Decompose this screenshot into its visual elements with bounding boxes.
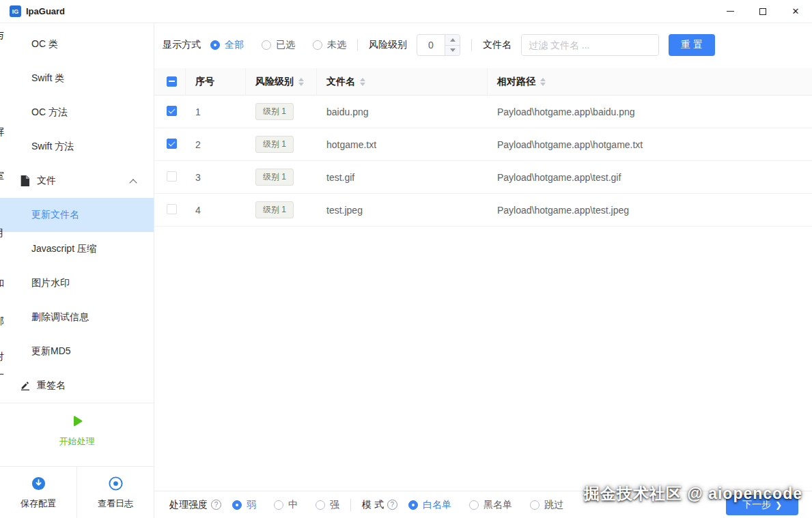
sidebar-item-resign[interactable]: 重签名 <box>0 369 154 403</box>
row-checkbox[interactable] <box>167 106 177 116</box>
row-checkbox[interactable] <box>167 139 177 149</box>
sidebar-item-image-watermark[interactable]: 图片水印 <box>0 266 154 300</box>
cell-path: Payload\hotgame.app\test.jpeg <box>488 205 812 216</box>
sidebar-menu: OC 类 Swift 类 OC 方法 Swift 方法 文件 <box>0 23 154 403</box>
cell-filename: test.gif <box>317 172 488 183</box>
filename-label: 文件名 <box>483 39 512 51</box>
radio-icon <box>316 500 325 510</box>
radio-icon <box>313 40 322 50</box>
sidebar-item-update-filename[interactable]: 更新文件名 <box>0 198 154 232</box>
sidebar-item-label: 重签名 <box>37 379 66 392</box>
close-button[interactable]: ✕ <box>779 0 812 23</box>
chevron-up-icon <box>129 179 137 186</box>
column-header-index[interactable]: 序号 <box>186 68 246 95</box>
sidebar-item-remove-debug-info[interactable]: 删除调试信息 <box>0 300 154 334</box>
cell-index: 3 <box>186 172 246 183</box>
sort-icon <box>360 78 365 86</box>
cell-filename: test.jpeg <box>317 205 488 216</box>
divider <box>471 39 472 51</box>
radio-weak[interactable]: 弱 <box>232 499 256 511</box>
sidebar-item-label: 更新文件名 <box>31 209 79 221</box>
sidebar-item-oc-class[interactable]: OC 类 <box>0 27 154 61</box>
radio-medium[interactable]: 中 <box>274 499 298 511</box>
start-processing-button[interactable]: 开始处理 <box>0 403 154 460</box>
signature-icon <box>19 380 31 392</box>
risk-level-input[interactable]: 0 <box>417 34 460 56</box>
cell-filename: baidu.png <box>317 106 488 117</box>
minimize-button[interactable] <box>714 0 746 23</box>
help-icon[interactable]: ? <box>211 500 221 510</box>
main-content: 显示方式 全部 已选 未选 风险级别 <box>154 23 812 518</box>
radio-icon <box>232 500 242 510</box>
column-header-filename[interactable]: 文件名 <box>317 68 488 95</box>
radio-icon <box>530 500 540 510</box>
file-icon <box>19 175 31 187</box>
view-log-button[interactable]: 查看日志 <box>77 467 154 518</box>
help-icon[interactable]: ? <box>387 500 397 510</box>
risk-level-label: 风险级别 <box>369 39 407 51</box>
caret-down-icon <box>450 48 456 52</box>
divider <box>357 39 358 51</box>
spinner-up-button[interactable] <box>445 35 460 45</box>
sidebar-item-update-md5[interactable]: 更新MD5 <box>0 334 154 369</box>
radio-icon <box>274 500 283 510</box>
chevron-right-icon: ❯ <box>775 500 782 510</box>
save-config-button[interactable]: 保存配置 <box>0 467 77 518</box>
view-log-label: 查看日志 <box>98 498 133 510</box>
radio-selected[interactable]: 已选 <box>262 39 295 51</box>
reset-button[interactable]: 重 置 <box>669 34 715 56</box>
column-header-path[interactable]: 相对路径 <box>488 68 812 95</box>
select-all-checkbox[interactable] <box>167 76 177 87</box>
filename-search-input[interactable] <box>522 35 659 55</box>
risk-level-badge: 级别 1 <box>255 136 294 153</box>
mode-label: 模 式 <box>362 499 384 511</box>
row-checkbox[interactable] <box>167 171 177 182</box>
caret-up-icon <box>450 38 456 42</box>
sidebar: OC 类 Swift 类 OC 方法 Swift 方法 文件 <box>0 23 154 518</box>
row-checkbox[interactable] <box>167 204 177 214</box>
sidebar-item-files[interactable]: 文件 <box>0 164 154 198</box>
sidebar-item-label: Swift 类 <box>31 72 64 85</box>
cell-path: Payload\hotgame.app\test.gif <box>488 172 812 183</box>
sidebar-item-label: 删除调试信息 <box>31 311 89 323</box>
divider <box>350 499 351 511</box>
strength-radio-group: 弱 中 强 <box>232 499 339 511</box>
maximize-button[interactable] <box>746 0 779 23</box>
sidebar-item-label: OC 类 <box>31 38 58 51</box>
sidebar-item-label: 图片水印 <box>31 277 70 289</box>
display-mode-label: 显示方式 <box>163 39 201 51</box>
window-controls: ✕ <box>714 0 812 23</box>
sidebar-item-label: 文件 <box>37 175 56 187</box>
sidebar-item-oc-method[interactable]: OC 方法 <box>0 96 154 130</box>
sidebar-item-javascript-compress[interactable]: Javascript 压缩 <box>0 232 154 266</box>
sidebar-item-label: Swift 方法 <box>31 141 74 153</box>
display-mode-radio-group: 全部 已选 未选 <box>210 39 346 51</box>
mode-radio-group: 白名单 黑名单 跳过 <box>408 499 563 511</box>
risk-level-badge: 级别 1 <box>255 169 294 186</box>
sidebar-item-label: OC 方法 <box>31 106 68 119</box>
sort-icon <box>298 78 304 86</box>
radio-strong[interactable]: 强 <box>316 499 339 511</box>
filter-bar: 显示方式 全部 已选 未选 风险级别 <box>154 29 812 61</box>
column-header-risk-level[interactable]: 风险级别 <box>246 68 317 95</box>
sidebar-item-label: 更新MD5 <box>31 345 71 358</box>
spinner-down-button[interactable] <box>445 45 460 56</box>
risk-level-value[interactable]: 0 <box>417 35 445 55</box>
radio-icon <box>408 500 418 510</box>
play-icon <box>70 414 84 431</box>
radio-skip[interactable]: 跳过 <box>530 499 563 511</box>
table-row: 2 级别 1 hotgame.txt Payload\hotgame.app\h… <box>154 128 812 161</box>
radio-all[interactable]: 全部 <box>210 39 244 51</box>
radio-unselected[interactable]: 未选 <box>313 39 346 51</box>
radio-icon <box>469 500 479 510</box>
sidebar-item-swift-method[interactable]: Swift 方法 <box>0 130 154 164</box>
radio-blacklist[interactable]: 黑名单 <box>469 499 512 511</box>
cell-index: 1 <box>186 106 246 117</box>
table-row: 1 级别 1 baidu.png Payload\hotgame.app\bai… <box>154 96 812 128</box>
next-step-button[interactable]: 下一步 ❯ <box>726 495 798 515</box>
risk-level-badge: 级别 1 <box>255 103 294 120</box>
sidebar-item-swift-class[interactable]: Swift 类 <box>0 61 154 96</box>
sidebar-item-label: Javascript 压缩 <box>31 243 96 255</box>
radio-whitelist[interactable]: 白名单 <box>408 499 451 511</box>
cell-path: Payload\hotgame.app\hotgame.txt <box>488 139 812 150</box>
